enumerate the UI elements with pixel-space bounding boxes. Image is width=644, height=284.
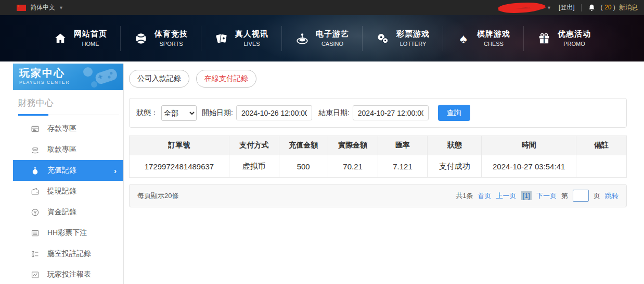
message-count: 20 [604,4,611,11]
wallet-icon [31,187,40,196]
playing-cards-icon [214,31,229,46]
money-bag-icon [31,166,40,175]
logout-link[interactable]: [登出] [559,3,575,12]
cell-recharge-amount: 500 [279,155,328,178]
report-chart-icon [31,270,40,279]
col-payment-method: 支付方式 [229,136,279,155]
cell-order-number: 1729972481489637 [130,155,229,178]
funds-icon [31,208,40,217]
divider [581,4,582,11]
pagination-controls: 共1条 首页 上一页 [1] 下一页 第 页 跳转 [456,190,619,202]
jump-go-link[interactable]: 跳转 [605,191,619,201]
deposit-icon [31,125,40,133]
sidebar-item-funds-records[interactable]: 資金記錄 [13,202,123,223]
per-page-label: 每頁顯示20條 [137,191,178,201]
status-label: 狀態： [136,108,158,118]
col-remark: 備註 [576,136,627,155]
record-tabs: 公司入款記錄 在線支付記錄 [129,70,627,88]
sports-ball-icon [134,31,148,46]
sidebar-header: 玩家中心 PLAYERS CENTER [13,64,123,90]
spade-icon: ♠ [456,31,471,46]
new-messages[interactable]: ( 20 ) 新消息 [601,3,638,12]
search-button[interactable]: 查詢 [438,105,470,121]
prev-page-link[interactable]: 上一页 [496,191,517,201]
col-order-number: 訂單號 [130,136,229,155]
current-page-indicator: [1] [521,191,532,200]
gamepad-watermark-icon [79,65,120,89]
chevron-down-icon: ▼ [59,5,63,10]
nav-item-promo[interactable]: 优惠活动 PROMO [523,26,604,51]
sidebar-section-title: 財務中心 [18,97,119,115]
home-icon [53,31,68,46]
sidebar-item-withdraw[interactable]: 取款專區 [13,139,123,160]
table-row: 1729972481489637 虚拟币 500 70.21 7.121 支付成… [130,155,627,178]
chevron-right-icon: › [114,166,117,175]
pagination-bar: 每頁顯示20條 共1条 首页 上一页 [1] 下一页 第 页 跳转 [129,184,627,207]
page-jump-input[interactable] [573,190,589,202]
china-flag-icon [17,5,26,11]
cell-exchange-rate: 7.121 [378,155,428,178]
tab-company-deposit-records[interactable]: 公司入款記錄 [129,70,189,88]
nav-item-casino[interactable]: 电子游艺 CASINO [281,26,362,51]
first-page-link[interactable]: 首页 [478,191,492,201]
cell-time: 2024-10-27 03:54:41 [482,155,576,178]
sidebar-item-withdrawal-records[interactable]: 提現記錄 [13,181,123,202]
end-date-label: 結束日期: [318,108,350,118]
redacted-username-scribble [496,2,546,14]
col-time: 時間 [482,136,576,155]
message-label: 新消息 [619,4,638,11]
language-label: 简体中文 [30,3,55,12]
lottery-balls-icon [376,31,390,46]
sidebar: 玩家中心 PLAYERS CENTER 財務中心 存款專區 [13,64,124,284]
nav-item-home[interactable]: 网站首页 HOME [40,26,120,51]
total-count-label: 共1条 [456,191,473,201]
start-date-input[interactable] [236,105,312,120]
sidebar-item-deposit[interactable]: 存款專區 [13,118,123,139]
gift-icon [537,31,551,46]
col-exchange-rate: 匯率 [378,136,428,155]
status-select[interactable]: 全部 [161,105,197,121]
bell-icon[interactable] [588,4,596,12]
recharge-records-table: 訂單號 支付方式 充值金額 實際金額 匯率 狀態 時間 備註 172997248… [129,135,627,178]
end-date-input[interactable] [353,105,429,120]
nav-item-sports[interactable]: 体育竞技 SPORTS [120,26,201,51]
nav-item-lottery[interactable]: 彩票游戏 LOTTERY [362,26,443,51]
nav-item-lives[interactable]: 真人视讯 LIVES [201,26,281,51]
next-page-link[interactable]: 下一页 [536,191,557,201]
sidebar-menu: 存款專區 取款專區 充值記錄 › 提現記錄 [13,118,123,284]
checklist-icon [31,250,40,258]
topbar: 简体中文 ▼ ▼ [登出] ( 20 ) 新消息 [0,0,644,15]
sidebar-item-hh-lottery-bets[interactable]: HH彩票下注 [13,223,123,243]
cell-actual-amount: 70.21 [328,155,378,178]
main-panel: 公司入款記錄 在線支付記錄 狀態： 全部 開始日期: 結束日期: 查詢 訂單號 … [129,64,627,207]
sidebar-item-recharge-records[interactable]: 充值記錄 › [13,160,123,181]
cell-status: 支付成功 [428,155,482,178]
language-selector[interactable]: 简体中文 ▼ [17,3,63,12]
withdraw-icon [31,145,40,154]
start-date-label: 開始日期: [202,108,233,118]
tab-online-payment-records[interactable]: 在線支付記錄 [196,70,256,88]
col-actual-amount: 實際金額 [328,136,378,155]
jump-suffix-label: 页 [594,191,600,201]
cell-payment-method: 虚拟币 [229,155,279,178]
chevron-down-icon[interactable]: ▼ [547,5,551,10]
topbar-right: ▼ [登出] ( 20 ) 新消息 [496,2,638,14]
jump-prefix-label: 第 [561,191,568,201]
sidebar-item-player-bet-report[interactable]: 玩家投注報表 [13,264,123,284]
filter-bar: 狀態： 全部 開始日期: 結束日期: 查詢 [129,98,627,128]
col-status: 狀態 [428,136,482,155]
nav-item-chess[interactable]: ♠ 棋牌游戏 CHESS [443,26,523,51]
cell-remark [576,155,627,178]
col-recharge-amount: 充值金額 [279,136,328,155]
main-navbar: 网站首页 HOME 体育竞技 SPORTS 真人视讯 LIVES [0,15,644,61]
sidebar-item-room-bet-records[interactable]: 廳室投註記錄 [13,243,123,264]
table-header-row: 訂單號 支付方式 充值金額 實際金額 匯率 狀態 時間 備註 [130,136,627,155]
roulette-icon [295,31,310,46]
content-area: 玩家中心 PLAYERS CENTER 財務中心 存款專區 [0,61,644,284]
list-icon [31,229,40,238]
